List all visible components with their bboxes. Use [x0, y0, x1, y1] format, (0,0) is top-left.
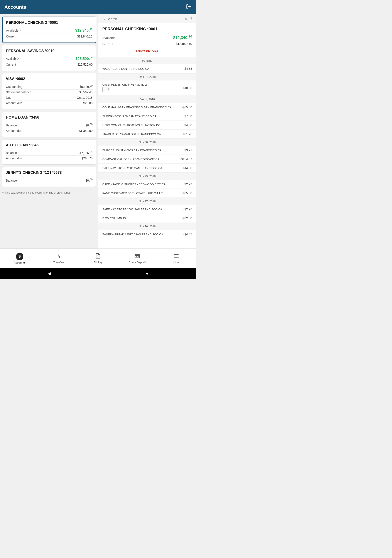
- transaction-name-text: DSW COLUMBUS: [102, 217, 180, 220]
- account-row-label: Current: [6, 35, 16, 38]
- transaction-row[interactable]: USPS.COM CLICK100611WASHINGTON DC-$4.90: [98, 121, 196, 130]
- nav-label-transfers: Transfers: [53, 261, 64, 264]
- nav-item-transfers[interactable]: Transfers: [39, 253, 78, 264]
- search-input[interactable]: [107, 17, 184, 21]
- transaction-section-header: Nov 29, 2018: [98, 173, 196, 180]
- transaction-name-text: SAFEWAY STORE 2606 SAN FRANCISCO CA: [102, 166, 180, 170]
- transaction-row[interactable]: COMCAST CALIFORNIA 800-COMCAST CA-$164.6…: [98, 155, 196, 164]
- account-row-value: $7,356.21: [79, 150, 93, 155]
- account-row-value: $12,340.10: [75, 28, 92, 33]
- detail-available-row: Available $12,340.10: [102, 34, 192, 41]
- transaction-amount: -$2.22: [183, 183, 192, 186]
- android-home-button[interactable]: ●: [146, 271, 148, 276]
- account-card-personal-checking[interactable]: PERSONAL CHECKING *0001Available**$12,34…: [2, 17, 96, 43]
- transaction-name-text: PANERA BREAD #4517 0SAN FRANCISCO CA: [102, 233, 181, 236]
- transaction-name: SAFEWAY STORE 2606 SAN FRANCISCO CA: [102, 166, 182, 170]
- transaction-name: BURGER JOINT 4 0003 SAN FRANCISCO CA: [102, 149, 183, 152]
- transaction-name: PAMF CUSTOMER SERVICSALT LAKE CIT UT: [102, 192, 182, 195]
- transaction-name: SAFEWAY STORE 2606 SAN FRANCISCO CA: [102, 208, 183, 211]
- transaction-name-text: TRADER JOE'S #078 QSAN FRANCISCO CA: [102, 132, 180, 136]
- detail-current-row: Current $12,840.10: [102, 41, 192, 46]
- show-details-button[interactable]: SHOW DETAILS: [136, 49, 159, 52]
- detail-available-value: $12,340.10: [173, 35, 192, 40]
- account-row-label: Amount due: [6, 101, 22, 105]
- account-card-personal-savings[interactable]: PERSONAL SAVINGS *0010Available**$25,500…: [2, 45, 96, 71]
- transaction-name: Check #12345: Check #1 / Memo 2: [102, 83, 182, 93]
- transaction-row[interactable]: PAMF CUSTOMER SERVICSALT LAKE CIT UT-$35…: [98, 189, 196, 198]
- account-card-jennys-checking[interactable]: JENNY'S CHECKING *12 | *5678Balance$0.00: [2, 167, 96, 187]
- transaction-section-header: Pending: [98, 57, 196, 64]
- transaction-row[interactable]: Check #12345: Check #1 / Memo 2-$10.00: [98, 80, 196, 96]
- account-card-auto-loan[interactable]: AUTO LOAN *2345Balance$7,356.21Amount du…: [2, 139, 96, 165]
- account-row-label: Amount due: [6, 157, 22, 160]
- transaction-section-header: Dec 24, 2018: [98, 73, 196, 80]
- nav-label-more: More: [173, 261, 179, 264]
- nav-item-accounts[interactable]: $Accounts: [0, 253, 39, 264]
- svg-line-2: [104, 19, 104, 20]
- header-title: Accounts: [4, 4, 26, 10]
- transaction-name: PANERA BREAD #4517 0SAN FRANCISCO CA: [102, 233, 183, 236]
- android-back-button[interactable]: ◀: [48, 271, 51, 276]
- search-icon: [102, 17, 105, 21]
- transaction-name-text: SUBWAY 00301960 SAN FRANCISCO CA: [102, 115, 181, 118]
- transaction-row[interactable]: PANERA BREAD #4517 0SAN FRANCISCO CA-$4.…: [98, 230, 196, 239]
- search-clear-icon[interactable]: ✕: [184, 17, 187, 21]
- transaction-row[interactable]: COLE HAAN-SAN FRANCISCO SAN FRANCISCO CA…: [98, 103, 196, 112]
- nav-item-more[interactable]: More: [157, 253, 196, 264]
- accounts-nav-icon: $: [16, 253, 23, 260]
- app-header: Accounts: [0, 0, 196, 14]
- show-details-container: SHOW DETAILS: [102, 46, 192, 55]
- microphone-icon[interactable]: [189, 17, 193, 21]
- account-card-visa[interactable]: VISA *0002Outstanding$5,320.20Statement …: [2, 73, 96, 109]
- transaction-row[interactable]: WALGREENS SAN FRANCISCO CA-$4.33: [98, 64, 196, 73]
- transaction-name: SUBWAY 00301960 SAN FRANCISCO CA: [102, 115, 183, 118]
- transaction-amount: -$21.76: [182, 132, 192, 136]
- transaction-row[interactable]: SAFEWAY STORE 2606 SAN FRANCISCO CA-$14.…: [98, 164, 196, 173]
- transaction-amount: -$14.08: [182, 166, 192, 170]
- android-nav-bar: ◀ ●: [0, 268, 196, 279]
- account-row-value: $5,320.20: [79, 84, 93, 88]
- transaction-row[interactable]: BURGER JOINT 4 0003 SAN FRANCISCO CA-$9.…: [98, 146, 196, 155]
- transfers-icon: [56, 253, 62, 260]
- check-image-icon: [102, 87, 110, 92]
- account-name: JENNY'S CHECKING *12 | *5678: [6, 170, 93, 175]
- transaction-amount: -$4.90: [183, 123, 192, 127]
- transaction-name-text: BURGER JOINT 4 0003 SAN FRANCISCO CA: [102, 149, 181, 152]
- nav-item-check-deposit[interactable]: Check Deposit: [118, 253, 157, 264]
- more-menu-icon: [174, 253, 179, 260]
- transaction-row[interactable]: CAFE - PACIFIC SHORES - REDWOOD CITY CA-…: [98, 180, 196, 189]
- account-row-label: Balance: [6, 179, 17, 182]
- account-row-value: $0.00: [85, 178, 93, 182]
- transaction-row[interactable]: DSW COLUMBUS-$32.00: [98, 214, 196, 223]
- account-row: Amount due$1,340.00: [6, 128, 93, 133]
- account-row: Statement balance$3,562.44: [6, 90, 93, 95]
- transaction-row[interactable]: SUBWAY 00301960 SAN FRANCISCO CA-$7.60: [98, 112, 196, 121]
- account-row: Balance$0.00: [6, 177, 93, 183]
- transaction-row[interactable]: TRADER JOE'S #078 QSAN FRANCISCO CA-$21.…: [98, 130, 196, 139]
- transaction-name: COLE HAAN-SAN FRANCISCO SAN FRANCISCO CA: [102, 106, 182, 109]
- logout-icon[interactable]: [186, 4, 192, 11]
- transaction-name-text: COLE HAAN-SAN FRANCISCO SAN FRANCISCO CA: [102, 106, 180, 109]
- transaction-name-text: PAMF CUSTOMER SERVICSALT LAKE CIT UT: [102, 192, 180, 195]
- nav-item-bill-pay[interactable]: Bill Pay: [78, 253, 118, 264]
- accounts-panel: PERSONAL CHECKING *0001Available**$12,34…: [0, 14, 98, 248]
- transaction-row[interactable]: SAFEWAY STORE 2606 SAN FRANCISCO CA-$2.7…: [98, 205, 196, 214]
- svg-point-1: [102, 17, 104, 19]
- account-row-label: Statement balance: [6, 90, 31, 94]
- transaction-name-text: COMCAST CALIFORNIA 800-COMCAST CA: [102, 157, 178, 161]
- account-row-value: $0.00: [85, 123, 93, 127]
- transaction-amount: -$9.71: [183, 148, 192, 152]
- nav-label-accounts: Accounts: [14, 261, 26, 264]
- transaction-amount: -$4.33: [183, 67, 192, 70]
- transaction-amount: -$85.00: [182, 105, 192, 109]
- detail-available-label: Available: [102, 36, 116, 40]
- account-row: Current$12,840.10: [6, 34, 92, 39]
- account-name: PERSONAL SAVINGS *0010: [6, 49, 93, 53]
- transaction-name: USPS.COM CLICK100611WASHINGTON DC: [102, 124, 183, 127]
- account-name: AUTO LOAN *2345: [6, 143, 93, 147]
- account-row-label: Outstanding: [6, 85, 22, 88]
- account-card-home-loan[interactable]: HOME LOAN *3456Balance$0.00Amount due$1,…: [2, 112, 96, 137]
- account-row-label: Balance: [6, 151, 17, 155]
- account-row: Amount due$298.78: [6, 156, 93, 161]
- transactions-list: PendingWALGREENS SAN FRANCISCO CA-$4.33D…: [98, 57, 196, 248]
